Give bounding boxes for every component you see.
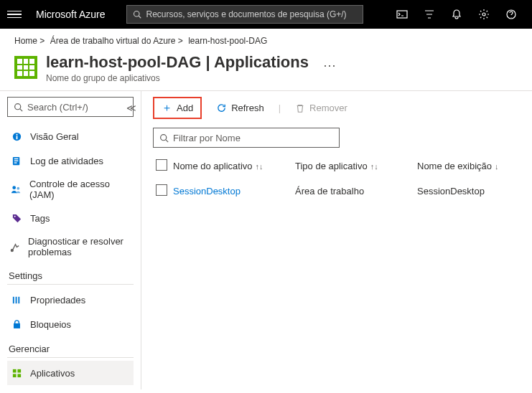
sidebar-item-overview[interactable]: Visão Geral (7, 124, 134, 148)
svg-rect-9 (16, 136, 17, 139)
svg-point-0 (134, 11, 140, 17)
svg-rect-8 (16, 133, 17, 135)
table-header: Nome do aplicativo↑↓ Tipo de aplicativo↑… (153, 155, 521, 177)
svg-line-1 (139, 16, 141, 18)
search-icon (159, 133, 169, 143)
app-type-cell: Área de trabalho (295, 186, 417, 196)
svg-point-5 (15, 103, 21, 109)
sidebar-section-manage: Gerenciar (7, 336, 134, 358)
refresh-icon (216, 103, 227, 113)
tags-icon (10, 212, 23, 224)
sort-icon: ↑↓ (370, 162, 378, 171)
sidebar-item-label: Diagnosticar e resolver problemas (28, 236, 131, 257)
remove-button-label: Remover (309, 103, 347, 113)
sidebar-search-placeholder: Search (Ctrl+/) (27, 102, 88, 113)
properties-icon (10, 293, 23, 306)
sidebar-item-applications[interactable]: Aplicativos (7, 361, 134, 385)
activity-log-icon (10, 154, 23, 167)
more-actions-icon[interactable]: ⋯ (323, 57, 336, 73)
sidebar-item-tags[interactable]: Tags (7, 206, 134, 230)
breadcrumb-current: learn-host-pool-DAG (188, 36, 267, 46)
global-search[interactable]: Recursos, serviços e documentos de pesqu… (126, 5, 363, 24)
collapse-sidebar-icon[interactable]: ≪ (126, 103, 136, 113)
locks-icon (10, 318, 23, 331)
breadcrumb: Home > Área de trabalho virtual do Azure… (0, 29, 532, 50)
sidebar: Search (Ctrl+/) ≪ Visão Geral Log de ati… (0, 91, 141, 389)
page-header: learn-host-pool-DAG | Applications Nome … (0, 50, 532, 91)
sidebar-section-settings: Settings (7, 263, 134, 285)
app-name-link[interactable]: SessionDesktop (173, 186, 295, 196)
filter-input[interactable]: Filtrar por Nome (153, 128, 340, 148)
svg-rect-23 (17, 369, 21, 372)
svg-rect-11 (14, 158, 18, 158)
sidebar-item-label: Controle de acesso (JAM) (29, 179, 131, 200)
remove-button[interactable]: Remover (288, 100, 355, 116)
select-all-checkbox[interactable] (156, 159, 167, 171)
search-icon (14, 103, 23, 112)
refresh-button[interactable]: Refresh (209, 100, 271, 116)
sidebar-item-label: Tags (30, 213, 50, 224)
command-bar: ＋ Add Refresh | Remover (153, 97, 521, 119)
column-header-name[interactable]: Nome do aplicativo↑↓ (173, 161, 295, 171)
applications-icon (10, 366, 23, 379)
svg-rect-24 (12, 374, 16, 377)
cloud-shell-icon[interactable] (396, 8, 409, 21)
diagnose-icon (10, 240, 21, 253)
sidebar-item-assignments[interactable]: Atribuições (7, 385, 134, 389)
sidebar-item-properties[interactable]: Propriedades (7, 288, 134, 312)
sidebar-item-locks[interactable]: Bloqueios (7, 312, 134, 336)
add-button-label: Add (177, 103, 193, 113)
overview-icon (10, 130, 23, 143)
sidebar-item-label: Propriedades (30, 295, 85, 306)
delete-icon (295, 103, 305, 113)
menu-icon[interactable] (7, 11, 22, 19)
svg-point-15 (17, 186, 19, 189)
svg-point-14 (12, 186, 16, 189)
plus-icon: ＋ (162, 101, 172, 115)
page-title: learn-host-pool-DAG | Applications (46, 53, 309, 72)
svg-point-16 (14, 215, 15, 217)
sort-icon: ↓ (495, 162, 499, 171)
search-icon (133, 10, 141, 19)
app-display-cell: SessionDesktop (417, 186, 518, 196)
svg-rect-22 (12, 369, 16, 372)
svg-rect-19 (15, 296, 17, 303)
app-group-icon (14, 56, 37, 79)
svg-rect-25 (17, 374, 21, 377)
sort-icon: ↑↓ (256, 162, 263, 171)
sidebar-item-iam[interactable]: Controle de acesso (JAM) (7, 173, 134, 206)
svg-point-28 (161, 134, 167, 140)
svg-rect-13 (14, 162, 17, 163)
svg-rect-21 (14, 323, 19, 328)
separator: | (279, 103, 281, 113)
global-search-placeholder: Recursos, serviços e documentos de pesqu… (146, 9, 346, 19)
add-button[interactable]: ＋ Add (153, 97, 202, 119)
notifications-icon[interactable] (450, 8, 463, 21)
sidebar-search[interactable]: Search (Ctrl+/) (7, 97, 134, 117)
sidebar-item-label: Log de atividades (30, 156, 103, 166)
filter-placeholder: Filtrar por Nome (173, 133, 241, 143)
svg-line-29 (166, 139, 168, 141)
brand-label: Microsoft Azure (36, 9, 105, 20)
sidebar-item-label: Aplicativos (30, 368, 75, 379)
sidebar-item-diagnose[interactable]: Diagnosticar e resolver problemas (7, 230, 134, 263)
svg-rect-12 (14, 160, 18, 161)
filter-icon[interactable] (423, 8, 436, 21)
sidebar-item-label: Bloqueios (30, 319, 71, 330)
column-header-type[interactable]: Tipo de aplicativo↑↓ (295, 161, 417, 171)
svg-point-3 (482, 13, 485, 16)
top-bar: Microsoft Azure Recursos, serviços e doc… (0, 0, 532, 29)
svg-line-6 (20, 108, 22, 110)
row-checkbox[interactable] (156, 184, 167, 196)
svg-point-17 (11, 249, 13, 251)
settings-icon[interactable] (477, 8, 490, 21)
page-subtitle: Nome do grupo de aplicativos (46, 73, 309, 83)
breadcrumb-home[interactable]: Home > (14, 36, 45, 46)
table-row: SessionDesktop Área de trabalho SessionD… (153, 177, 521, 205)
breadcrumb-avd[interactable]: Área de trabalho virtual do Azure > (50, 36, 183, 46)
refresh-button-label: Refresh (231, 103, 264, 113)
column-header-display[interactable]: Nome de exibição↓ (417, 161, 518, 171)
iam-icon (10, 183, 22, 196)
sidebar-item-activity-log[interactable]: Log de atividades (7, 148, 134, 173)
help-icon[interactable] (505, 8, 518, 21)
